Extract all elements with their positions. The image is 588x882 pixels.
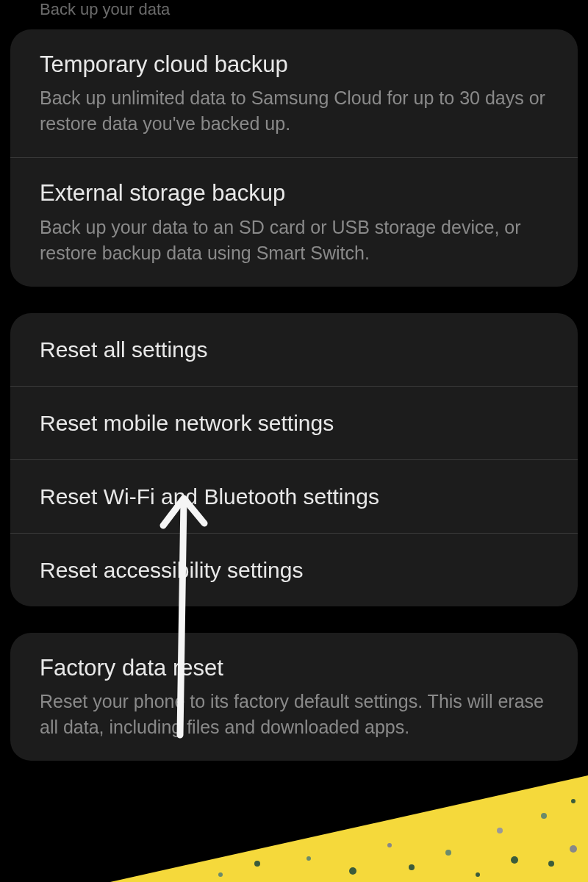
item-desc: Back up your data to an SD card or USB s… xyxy=(40,215,548,266)
svg-point-5 xyxy=(409,864,415,870)
reset-all-settings[interactable]: Reset all settings xyxy=(10,313,578,387)
reset-card: Reset all settings Reset mobile network … xyxy=(10,313,578,606)
svg-point-2 xyxy=(306,856,311,861)
svg-marker-0 xyxy=(110,775,588,882)
item-title: Reset all settings xyxy=(40,335,548,364)
item-title: External storage backup xyxy=(40,179,548,208)
reset-mobile-network-settings[interactable]: Reset mobile network settings xyxy=(10,387,578,460)
svg-point-13 xyxy=(570,845,577,853)
svg-point-10 xyxy=(541,813,547,819)
svg-point-14 xyxy=(218,872,223,877)
item-title: Factory data reset xyxy=(40,653,548,683)
backup-card: Temporary cloud backup Back up unlimited… xyxy=(10,29,578,287)
svg-point-12 xyxy=(571,799,576,803)
item-title: Reset mobile network settings xyxy=(40,409,548,437)
temporary-cloud-backup[interactable]: Temporary cloud backup Back up unlimited… xyxy=(10,29,578,158)
svg-point-11 xyxy=(548,861,554,867)
factory-reset-card: Factory data reset Reset your phone to i… xyxy=(10,633,578,761)
item-desc: Back up unlimited data to Samsung Cloud … xyxy=(40,85,548,137)
item-title: Reset Wi-Fi and Bluetooth settings xyxy=(40,482,548,511)
reset-accessibility-settings[interactable]: Reset accessibility settings xyxy=(10,534,578,606)
svg-point-3 xyxy=(349,867,356,875)
factory-data-reset[interactable]: Factory data reset Reset your phone to i… xyxy=(10,633,578,761)
reset-wifi-bluetooth-settings[interactable]: Reset Wi-Fi and Bluetooth settings xyxy=(10,460,578,534)
item-desc: Reset your phone to its factory default … xyxy=(40,689,548,740)
section-header: Back up your data xyxy=(10,0,578,29)
svg-point-1 xyxy=(254,861,260,867)
svg-point-9 xyxy=(511,856,518,864)
item-title: Temporary cloud backup xyxy=(40,50,548,79)
svg-point-8 xyxy=(497,828,503,833)
item-title: Reset accessibility settings xyxy=(40,556,548,584)
svg-point-7 xyxy=(476,872,480,877)
external-storage-backup[interactable]: External storage backup Back up your dat… xyxy=(10,158,578,286)
svg-point-4 xyxy=(387,843,392,847)
svg-point-6 xyxy=(445,850,451,856)
